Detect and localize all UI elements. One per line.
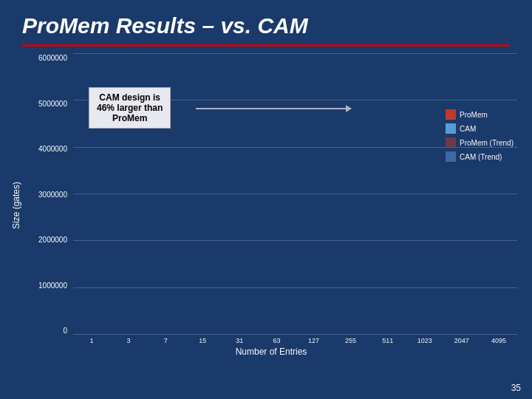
y-tick: 6000000 [38, 54, 67, 62]
y-tick: 1000000 [38, 282, 67, 290]
x-tick: 7 [147, 337, 184, 344]
legend-label: CAM [460, 125, 476, 133]
annotation-arrow [196, 108, 351, 109]
legend-label: ProMem (Trend) [460, 139, 514, 147]
y-tick: 5000000 [38, 100, 67, 108]
y-tick: 3000000 [38, 191, 67, 199]
y-tick: 2000000 [38, 236, 67, 244]
legend-item: ProMem [446, 109, 514, 120]
x-tick: 255 [332, 337, 369, 344]
y-tick: 4000000 [38, 145, 67, 153]
slide: ProMem Results – vs. CAM Size (gates) 60… [0, 0, 532, 399]
x-labels: 137153163127255511102320474095 [73, 337, 517, 344]
annotation-box: CAM design is 46% larger than ProMem [89, 87, 171, 129]
y-tick: 0 [63, 327, 67, 335]
x-axis: 137153163127255511102320474095 [25, 337, 517, 344]
x-tick: 1 [73, 337, 110, 344]
x-tick: 15 [184, 337, 221, 344]
legend-item: CAM [446, 123, 514, 134]
x-tick: 31 [221, 337, 258, 344]
legend-item: ProMem (Trend) [446, 137, 514, 148]
legend-item: CAM (Trend) [446, 151, 514, 162]
legend-swatch [446, 123, 456, 134]
legend-swatch [446, 137, 456, 148]
slide-title: ProMem Results – vs. CAM [22, 13, 510, 38]
legend-swatch [446, 151, 456, 162]
x-tick: 2047 [443, 337, 480, 344]
x-tick: 1023 [406, 337, 443, 344]
y-axis-label: Size (gates) [7, 54, 25, 357]
title-area: ProMem Results – vs. CAM [0, 0, 532, 44]
legend-label: CAM (Trend) [460, 153, 502, 161]
x-tick: 127 [295, 337, 332, 344]
x-tick: 511 [369, 337, 406, 344]
x-axis-title: Number of Entries [25, 347, 517, 357]
page-number: 35 [511, 383, 521, 393]
annotation-text: CAM design is 46% larger than ProMem [97, 92, 163, 123]
legend: ProMemCAMProMem (Trend)CAM (Trend) [446, 109, 514, 162]
y-labels: 6000000500000040000003000000200000010000… [25, 54, 73, 335]
x-tick: 63 [258, 337, 295, 344]
x-tick: 3 [110, 337, 147, 344]
legend-label: ProMem [460, 111, 488, 119]
x-tick: 4095 [480, 337, 517, 344]
legend-swatch [446, 109, 456, 120]
chart-area: Size (gates) 600000050000004000000300000… [0, 47, 532, 364]
